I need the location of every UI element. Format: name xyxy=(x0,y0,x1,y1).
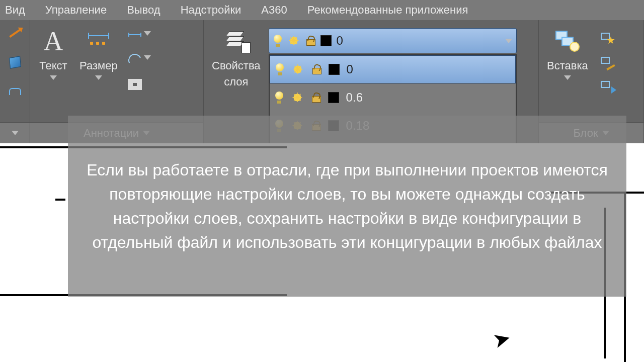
sun-icon xyxy=(287,34,300,47)
lock-icon[interactable] xyxy=(311,93,321,103)
menu-item[interactable]: Надстройки xyxy=(181,4,242,17)
chevron-down-icon xyxy=(564,75,571,80)
layers-icon xyxy=(223,30,249,52)
panel-title[interactable] xyxy=(0,122,30,143)
layerprops-label: слоя xyxy=(224,75,248,88)
color-swatch xyxy=(320,35,332,46)
edit-attributes-icon[interactable] xyxy=(596,75,614,94)
linear-dim-icon[interactable] xyxy=(126,27,144,45)
menu-item[interactable]: Управление xyxy=(45,4,107,17)
subtitle-overlay: Если вы работаете в отрасли, где при вып… xyxy=(68,116,626,297)
layer-properties-button[interactable]: Свойства слоя xyxy=(209,24,264,90)
menu-item[interactable]: Рекомендованные приложения xyxy=(307,4,468,17)
arc-leader-icon[interactable] xyxy=(126,51,144,69)
chevron-down-icon xyxy=(50,75,57,80)
current-layer-name: 0 xyxy=(337,34,343,48)
menu-item[interactable]: Вывод xyxy=(127,4,160,17)
block-insert-icon xyxy=(554,30,581,53)
insert-label: Вставка xyxy=(547,59,588,72)
sun-icon[interactable] xyxy=(291,91,304,104)
layer-name: 0.6 xyxy=(346,90,363,105)
brush-icon[interactable] xyxy=(6,24,24,42)
menu-item[interactable]: Вид xyxy=(5,4,25,17)
extrude-icon[interactable] xyxy=(6,82,24,101)
text-label: Текст xyxy=(39,59,67,72)
bulb-icon xyxy=(273,35,282,47)
lock-icon[interactable] xyxy=(311,64,321,74)
cube-icon[interactable] xyxy=(6,53,24,71)
dimension-label: Размер xyxy=(79,59,118,72)
lock-icon xyxy=(305,36,315,46)
text-button[interactable]: A Текст xyxy=(35,24,71,82)
create-block-icon[interactable]: ★ xyxy=(596,27,614,45)
layer-combo[interactable]: 0 xyxy=(269,28,517,53)
dimension-button[interactable]: Размер xyxy=(76,24,121,82)
bulb-icon[interactable] xyxy=(275,63,284,75)
layerprops-label: Свойства xyxy=(212,59,261,72)
letter-a-icon: A xyxy=(44,28,63,55)
edit-block-icon[interactable] xyxy=(596,51,614,69)
color-swatch[interactable] xyxy=(328,92,339,103)
sun-icon[interactable] xyxy=(291,63,304,76)
menu-item[interactable]: A360 xyxy=(261,4,287,17)
layer-row[interactable]: 0 xyxy=(270,55,516,83)
layer-row[interactable]: 0.6 xyxy=(270,83,516,112)
table-icon[interactable] xyxy=(126,75,144,94)
chevron-down-icon xyxy=(95,75,102,80)
color-swatch[interactable] xyxy=(329,64,340,75)
subtitle-text: Если вы работаете в отрасли, где при вып… xyxy=(78,158,616,254)
insert-block-button[interactable]: Вставка xyxy=(544,24,591,82)
layer-name: 0 xyxy=(347,62,353,76)
dimension-icon xyxy=(86,31,111,52)
chevron-down-icon xyxy=(505,39,512,43)
menu-bar: Вид Управление Вывод Надстройки A360 Рек… xyxy=(0,0,644,20)
bulb-icon[interactable] xyxy=(275,92,284,104)
